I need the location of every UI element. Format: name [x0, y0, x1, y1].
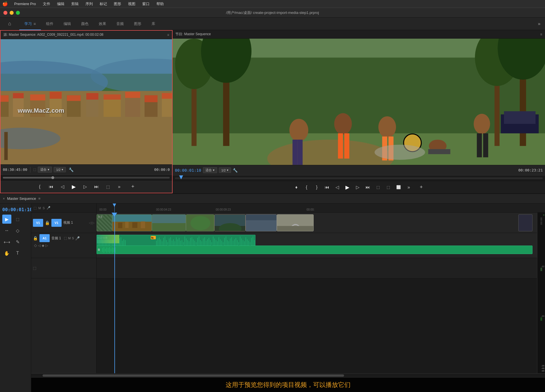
program-add-button[interactable]: +	[417, 183, 425, 191]
slip-tool-button[interactable]: ⟷	[2, 237, 11, 246]
source-fit-dropdown[interactable]: 适合▾	[38, 167, 52, 173]
audio-track-lock-icon[interactable]: 🔒	[33, 236, 38, 240]
video-clip-3[interactable]	[186, 214, 214, 231]
menu-view[interactable]: 视图	[125, 1, 138, 7]
timeline-scrollbar[interactable]	[31, 373, 545, 377]
source-scrubber-bar[interactable]	[1, 175, 172, 180]
video-track-v1-button[interactable]: V1	[33, 219, 43, 227]
timeline-playhead[interactable]	[114, 204, 115, 212]
pen-tool-button[interactable]: ✎	[13, 237, 22, 246]
source-mark-in-button[interactable]: {	[36, 183, 44, 191]
timeline-close-button[interactable]: ×	[3, 197, 5, 201]
timeline-menu-icon[interactable]: ≡	[38, 196, 41, 201]
video-clip-2[interactable]	[152, 214, 186, 231]
menu-premiere-pro[interactable]: Premiere Pro	[11, 1, 39, 7]
audio-arrow-left[interactable]: ◁	[38, 244, 41, 248]
tab-library[interactable]: 库	[146, 18, 160, 30]
program-step-fwd-button[interactable]: ▷	[354, 183, 362, 191]
apple-logo-icon[interactable]: 🍎	[2, 1, 8, 7]
text-tool-button[interactable]: T	[13, 249, 22, 258]
ripple-edit-tool-button[interactable]: ↔	[2, 226, 11, 235]
video-track-arrow-right[interactable]: ▷	[92, 221, 95, 225]
tab-edit[interactable]: 编辑	[58, 18, 76, 30]
program-scrubber-bar[interactable]	[173, 175, 545, 181]
program-export-button[interactable]: ⬚	[374, 183, 382, 191]
source-insert-button[interactable]: ⬚	[104, 183, 112, 191]
source-monitor-menu-icon[interactable]: ≡	[167, 33, 169, 37]
audio-m-label[interactable]: M	[68, 236, 71, 240]
home-button[interactable]: ⌂	[5, 18, 15, 30]
program-timecode[interactable]: 00:00:01:10	[175, 168, 201, 173]
source-step-back-button[interactable]: ◁	[58, 183, 66, 191]
audio-arrow-right[interactable]: ▷	[45, 244, 48, 248]
source-step-fwd-button[interactable]: ▷	[81, 183, 89, 191]
audio-track-r[interactable]: R	[97, 246, 533, 254]
program-more-button[interactable]: »	[405, 183, 413, 191]
source-play-button[interactable]: ▶	[70, 183, 78, 191]
fullscreen-window-button[interactable]	[16, 11, 20, 15]
source-quality-dropdown[interactable]: 1/2▾	[54, 167, 66, 172]
program-fit-dropdown[interactable]: 适合▾	[203, 167, 217, 173]
audio-s-label[interactable]: S	[72, 236, 74, 240]
source-wrench-icon[interactable]: 🔧	[69, 167, 74, 172]
video-clip-6[interactable]	[277, 214, 314, 231]
audio-diamond-icon[interactable]: ◆	[42, 244, 44, 248]
video-track-arrow-left[interactable]: ◁	[89, 221, 91, 225]
menu-help[interactable]: 帮助	[154, 1, 167, 7]
program-wrench-icon[interactable]: 🔧	[233, 168, 238, 173]
program-go-out-button[interactable]: ⏭	[364, 183, 372, 191]
menu-window[interactable]: 窗口	[139, 1, 152, 7]
timeline-timecode[interactable]: 00:00:01:10	[2, 207, 29, 212]
source-more-button[interactable]: »	[115, 183, 123, 191]
tab-graphics[interactable]: 图形	[129, 18, 146, 30]
menu-sequence[interactable]: 序列	[83, 1, 96, 7]
program-mark-in-button[interactable]: {	[303, 183, 311, 191]
audio-mute-icon[interactable]: ⬚	[64, 236, 67, 240]
menu-edit[interactable]: 编辑	[54, 1, 67, 7]
transition-clip[interactable]: 交叉	[97, 214, 112, 231]
timeline-scrollbar-thumb[interactable]	[43, 374, 344, 377]
more-workspaces-button[interactable]: »	[538, 21, 540, 26]
program-add-marker-button[interactable]: ♦	[292, 183, 300, 191]
source-go-in-button[interactable]: ⏮	[47, 183, 55, 191]
video-clip-4[interactable]	[214, 214, 246, 231]
source-timecode[interactable]: 08:30:45:00	[3, 167, 27, 172]
source-scrubber-track[interactable]	[3, 177, 170, 179]
close-window-button[interactable]	[3, 11, 7, 15]
program-monitor-menu-icon[interactable]: ≡	[540, 32, 542, 36]
menu-file[interactable]: 文件	[40, 1, 53, 7]
tab-effects[interactable]: 效果	[94, 18, 111, 30]
program-scrubber-track[interactable]	[175, 177, 543, 179]
tab-assembly[interactable]: 组件	[41, 18, 58, 30]
program-quality-dropdown[interactable]: 1/2▾	[219, 167, 231, 173]
program-play-button[interactable]: ▶	[343, 183, 351, 191]
program-mark-out-button[interactable]: }	[313, 183, 321, 191]
program-camera-button[interactable]: ⬜	[395, 183, 403, 191]
audio-keyframe-icon[interactable]: ◇	[34, 243, 37, 248]
source-add-button[interactable]: +	[129, 183, 137, 191]
tab-audio[interactable]: 音频	[111, 18, 129, 30]
video-clip-5[interactable]	[246, 214, 277, 231]
menu-graphics[interactable]: 图形	[111, 1, 124, 7]
program-insert-button[interactable]: ⬚	[384, 183, 392, 191]
source-go-out-button[interactable]: ⏭	[93, 183, 100, 191]
video-clip-1[interactable]	[112, 214, 152, 231]
minimize-window-button[interactable]	[10, 11, 14, 15]
menu-clip[interactable]: 剪辑	[68, 1, 81, 7]
source-scrubber-handle[interactable]	[51, 176, 54, 179]
menu-marker[interactable]: 标记	[97, 1, 110, 7]
video-clip-end[interactable]	[518, 214, 533, 231]
program-go-in-button[interactable]: ⏮	[323, 183, 331, 191]
audio-mic-icon[interactable]: 🎤	[75, 236, 80, 240]
hand-tool-button[interactable]: ✋	[2, 249, 11, 258]
audio-transition-clip[interactable]	[97, 235, 119, 243]
select-tool-button[interactable]: ▶	[2, 215, 11, 224]
video-track-lock-icon[interactable]: 🔒	[45, 221, 50, 225]
razor-tool-button[interactable]: ◇	[13, 226, 22, 235]
audio-track-a1-button[interactable]: A1	[39, 234, 50, 242]
tab-color[interactable]: 颜色	[76, 18, 94, 30]
video-track-sync-button[interactable]: V1	[51, 219, 62, 227]
track-select-tool-button[interactable]: ⬚	[13, 215, 22, 224]
tab-learn[interactable]: 学习 ≡	[19, 18, 41, 30]
program-step-back-button[interactable]: ◁	[333, 183, 341, 191]
